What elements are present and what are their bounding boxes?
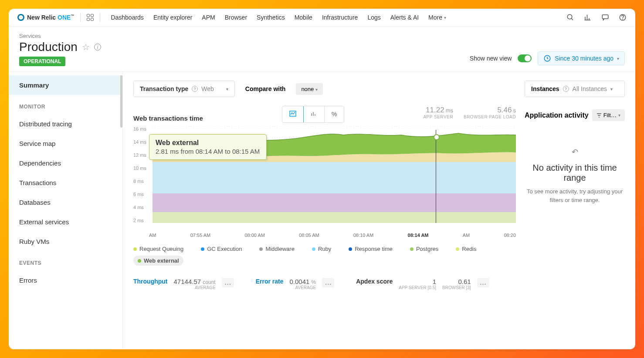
nav-dashboards[interactable]: Dashboards [111, 14, 144, 21]
top-nav: New Relic ONE™ Dashboards Entity explore… [9, 9, 635, 27]
chart-title: Web transactions time [133, 106, 203, 122]
stat-throughput-value: 47144.57 count AVERAGE [174, 278, 216, 290]
sidebar-item-summary[interactable]: Summary [9, 75, 122, 95]
nav-infrastructure[interactable]: Infrastructure [322, 14, 358, 21]
nav-alerts[interactable]: Alerts & AI [390, 14, 419, 21]
legend-item[interactable]: Web external [133, 256, 183, 266]
apdex-menu-icon[interactable]: … [477, 278, 489, 287]
logo-icon [17, 14, 24, 21]
compare-select[interactable]: none ▾ [296, 83, 323, 95]
sidebar: Summary MONITOR Distributed tracing Serv… [9, 72, 123, 349]
nav-mobile[interactable]: Mobile [295, 14, 312, 21]
chart-view-tabs: % [282, 106, 344, 123]
transactions-chart[interactable]: 16 ms14 ms12 ms10 ms8 ms6 ms4 ms2 ms [133, 126, 516, 231]
chart-tab-percent[interactable]: % [325, 106, 344, 122]
chart-tooltip: Web external 2.81 ms from 08:14 AM to 08… [149, 134, 267, 160]
sidebar-item-distributed-tracing[interactable]: Distributed tracing [9, 114, 122, 134]
logo[interactable]: New Relic ONE™ [17, 14, 74, 21]
svg-point-0 [567, 14, 572, 19]
help-icon: ? [192, 86, 198, 92]
svg-line-1 [571, 18, 573, 20]
filter-button[interactable]: Filt… ▾ [592, 109, 625, 121]
toggle-label: Show new view [470, 55, 512, 62]
chart-legend: Request QueuingGC ExecutionMiddlewareRub… [133, 246, 516, 266]
chart-icon[interactable] [584, 14, 592, 21]
nav-browser[interactable]: Browser [225, 14, 247, 21]
transaction-type-select[interactable]: Transaction type ? Web ▾ [133, 81, 235, 97]
stat-apdex-app: 1 APP SERVER [0.5] [399, 278, 436, 290]
apps-icon[interactable] [87, 14, 94, 21]
sidebar-item-transactions[interactable]: Transactions [9, 173, 122, 193]
metric-app-server: 11.22ms APP SERVER [423, 106, 453, 119]
stat-apdex-title: Apdex score [356, 278, 393, 285]
svg-point-8 [623, 19, 623, 19]
nav-more[interactable]: More ▾ [428, 14, 446, 21]
main-nav: Dashboards Entity explorer APM Browser S… [111, 14, 446, 21]
legend-item[interactable]: Request Queuing [133, 246, 183, 252]
help-icon[interactable] [619, 14, 627, 21]
compare-label: Compare with [245, 85, 286, 92]
sidebar-heading-events: EVENTS [9, 251, 122, 270]
throughput-menu-icon[interactable]: … [222, 278, 234, 287]
search-icon[interactable] [566, 14, 574, 21]
undo-icon[interactable]: ↶ [525, 147, 625, 157]
help-icon: ? [563, 86, 569, 92]
sidebar-item-dependencies[interactable]: Dependencies [9, 153, 122, 173]
stat-throughput-title[interactable]: Throughput [133, 278, 168, 285]
stat-apdex-browser: 0.61 BROWSER [3] [442, 278, 471, 290]
chevron-down-icon: ▾ [444, 15, 446, 20]
svg-rect-6 [602, 15, 608, 19]
feedback-icon[interactable] [601, 14, 609, 21]
instances-select[interactable]: Instances ? All Instances ▾ [525, 81, 625, 97]
nav-synthetics[interactable]: Synthetics [257, 14, 285, 21]
chart-tab-bar[interactable] [303, 106, 325, 122]
stat-error-title[interactable]: Error rate [256, 278, 284, 285]
sidebar-heading-monitor: MONITOR [9, 95, 122, 114]
chart-time-marker [436, 130, 436, 223]
time-range-picker[interactable]: Since 30 minutes ago ▾ [538, 51, 625, 65]
stat-error-value: 0.0041 % AVERAGE [289, 278, 316, 290]
page-title: Production [19, 40, 78, 54]
legend-item[interactable]: Middleware [259, 246, 294, 252]
breadcrumb[interactable]: Services [19, 33, 625, 39]
error-menu-icon[interactable]: … [322, 278, 334, 287]
sidebar-item-databases[interactable]: Databases [9, 193, 122, 212]
nav-entity-explorer[interactable]: Entity explorer [153, 14, 192, 21]
nav-apm[interactable]: APM [202, 14, 215, 21]
nav-logs[interactable]: Logs [367, 14, 380, 21]
legend-item[interactable]: Ruby [312, 246, 331, 252]
sidebar-item-ruby-vms[interactable]: Ruby VMs [9, 232, 122, 251]
new-view-toggle[interactable] [518, 54, 532, 62]
info-icon[interactable]: i [94, 44, 101, 51]
chevron-down-icon: ▾ [617, 56, 619, 61]
sidebar-item-external-services[interactable]: External services [9, 212, 122, 232]
sidebar-item-service-map[interactable]: Service map [9, 134, 122, 153]
chart-tab-line[interactable] [282, 106, 304, 123]
favorite-star-icon[interactable]: ☆ [82, 42, 90, 52]
page-header: Services Production ☆ i OPERATIONAL Show… [9, 27, 635, 72]
legend-item[interactable]: Postgres [410, 246, 438, 252]
activity-empty-state: ↶ No activity in this time range To see … [525, 147, 625, 204]
chevron-down-icon: ▾ [226, 87, 228, 91]
sidebar-item-errors[interactable]: Errors [9, 270, 122, 290]
metric-browser: 5.46s BROWSER PAGE LOAD [464, 106, 516, 119]
activity-title: Application activity [525, 111, 589, 119]
filter-icon [597, 113, 602, 118]
clock-icon [543, 54, 551, 62]
chart-x-axis: AM07:55 AM08:00 AM08:05 AM08:10 AM08:14 … [133, 231, 516, 238]
status-badge: OPERATIONAL [19, 57, 65, 66]
chart-y-axis: 16 ms14 ms12 ms10 ms8 ms6 ms4 ms2 ms [133, 126, 146, 231]
legend-item[interactable]: Redis [456, 246, 476, 252]
legend-item[interactable]: Response time [349, 246, 393, 252]
chevron-down-icon: ▾ [610, 87, 613, 91]
legend-item[interactable]: GC Execution [201, 246, 242, 252]
